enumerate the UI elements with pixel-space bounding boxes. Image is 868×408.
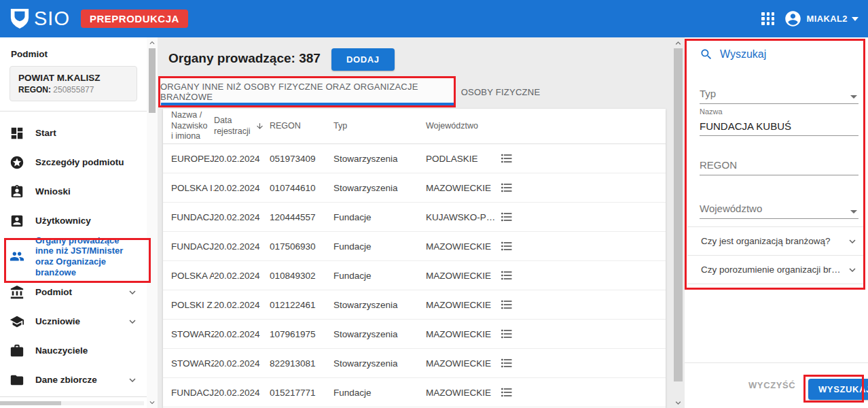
environment-badge: PREPRODUKCJA bbox=[81, 10, 188, 28]
divider bbox=[687, 284, 865, 284]
table-row[interactable]: FUNDACJ… 20.02.2024 017506930 Fundacje M… bbox=[163, 232, 666, 261]
cell-typ: Stowarzyszenia bbox=[333, 358, 426, 369]
table-row[interactable]: STOWARZ… 20.02.2024 822913081 Stowarzysz… bbox=[163, 349, 666, 378]
accordion-label: Czy porozumienie organizacji br… bbox=[701, 265, 846, 275]
search-icon bbox=[700, 48, 713, 61]
wojewodztwo-select[interactable]: Województwo bbox=[700, 195, 858, 219]
cell-nazwa: POLSKI Z… bbox=[171, 300, 214, 310]
entity-card: POWIAT M.KALISZ REGON: 250855877 bbox=[10, 66, 137, 101]
chevron-down-icon bbox=[846, 264, 858, 276]
wojewodztwo-placeholder: Województwo bbox=[700, 203, 762, 214]
table-row[interactable]: STOWARZ… 20.02.2024 107961975 Stowarzysz… bbox=[163, 320, 666, 349]
cell-nazwa: FUNDACJ… bbox=[171, 241, 214, 252]
active-tab-indicator bbox=[161, 103, 454, 105]
entity-name: POWIAT M.KALISZ bbox=[18, 73, 128, 83]
cell-regon: 120444557 bbox=[270, 212, 333, 222]
scroll-up-icon[interactable] bbox=[147, 37, 157, 48]
cell-wojewodztwo: MAZOWIECKIE bbox=[426, 388, 500, 398]
cell-nazwa: FUNDACJ… bbox=[171, 212, 214, 222]
row-actions-icon[interactable] bbox=[500, 180, 516, 196]
column-header-regon[interactable]: REGON bbox=[270, 121, 333, 132]
sidebar-item-organy-prowadzace[interactable]: Organy prowadzące inne niż JST/Minister … bbox=[0, 235, 147, 277]
row-actions-icon[interactable] bbox=[500, 326, 516, 342]
cell-nazwa: FUNDACJ… bbox=[171, 388, 214, 398]
app-window: SIO PREPRODUKCJA MIAKAL2 Podmiot POWIAT … bbox=[0, 0, 868, 408]
entity-regon-value: 250855877 bbox=[53, 85, 94, 95]
cell-regon: 822913081 bbox=[270, 358, 333, 369]
row-actions-icon[interactable] bbox=[500, 296, 516, 313]
table-body: EUROPEJ… 20.02.2024 051973409 Stowarzysz… bbox=[163, 144, 666, 407]
graduation-cap-icon bbox=[10, 314, 24, 329]
accordion-label: Czy jest organizacją branżową? bbox=[701, 236, 846, 246]
table-row[interactable]: FUNDACJ… 20.02.2024 120444557 Fundacje K… bbox=[163, 203, 666, 232]
cell-typ: Stowarzyszenia bbox=[333, 183, 426, 193]
cell-wojewodztwo: KUJAWSKO-P… bbox=[426, 212, 500, 222]
sidebar-item-szczegoly-podmiotu[interactable]: Szczegóły podmiotu bbox=[0, 148, 147, 177]
table-row[interactable]: FUNDACJ… 20.02.2024 015217771 Fundacje M… bbox=[163, 378, 666, 407]
cell-data-rejestracji: 20.02.2024 bbox=[214, 154, 270, 164]
star-circle-icon bbox=[10, 155, 24, 170]
column-header-data-rejestracji[interactable]: Data rejestracji bbox=[214, 116, 270, 137]
nazwa-label: Nazwa bbox=[700, 107, 723, 116]
people-icon bbox=[10, 249, 24, 264]
scroll-down-icon[interactable] bbox=[147, 397, 157, 408]
sidebar-item-podmiot[interactable]: Podmiot bbox=[0, 277, 147, 307]
search-button[interactable]: WYSZUKAJ bbox=[808, 379, 868, 400]
column-header-nazwa[interactable]: Nazwa / Nazwisko i imiona bbox=[171, 110, 214, 142]
tab-organy-inne[interactable]: ORGANY INNE NIŻ OSOBY FIZYCZNE ORAZ ORGA… bbox=[160, 78, 454, 105]
nazwa-field[interactable]: Nazwa FUNDACJA KUBUŚ bbox=[700, 107, 858, 136]
chevron-down-icon bbox=[846, 235, 858, 248]
sidebar-item-label: Uczniowie bbox=[35, 316, 126, 327]
nazwa-value: FUNDACJA KUBUŚ bbox=[700, 120, 791, 132]
row-actions-icon[interactable] bbox=[500, 384, 516, 401]
row-actions-icon[interactable] bbox=[500, 209, 516, 225]
sidebar-section-label: Podmiot bbox=[0, 37, 147, 66]
tab-osoby-fizyczne[interactable]: OSOBY FIZYCZNE bbox=[456, 78, 545, 105]
row-actions-icon[interactable] bbox=[500, 238, 516, 254]
add-button[interactable]: DODAJ bbox=[331, 48, 395, 71]
table-row[interactable]: POLSKA I… 20.02.2024 010744610 Stowarzys… bbox=[163, 173, 666, 203]
table-row[interactable]: POLSKI Z… 20.02.2024 012122461 Stowarzys… bbox=[163, 290, 666, 320]
chevron-down-icon bbox=[126, 374, 139, 386]
user-menu[interactable]: MIAKAL2 bbox=[784, 10, 858, 28]
accordion-porozumienie-organizacji[interactable]: Czy porozumienie organizacji br… bbox=[687, 256, 865, 284]
typ-select[interactable]: Typ bbox=[700, 80, 858, 104]
cell-wojewodztwo: MAZOWIECKIE bbox=[426, 241, 500, 252]
app-logo[interactable]: SIO bbox=[10, 8, 70, 30]
sidebar-item-start[interactable]: Start bbox=[0, 118, 147, 148]
sidebar: Podmiot POWIAT M.KALISZ REGON: 250855877… bbox=[0, 37, 147, 408]
sidebar-horizontal-scrollbar[interactable] bbox=[0, 401, 144, 405]
apps-grid-icon[interactable] bbox=[761, 12, 774, 25]
cell-wojewodztwo: MAZOWIECKIE bbox=[426, 300, 500, 310]
table-row[interactable]: EUROPEJ… 20.02.2024 051973409 Stowarzysz… bbox=[163, 144, 666, 173]
scroll-down-icon[interactable] bbox=[673, 397, 683, 408]
sidebar-item-label: Dane zbiorcze bbox=[35, 375, 126, 386]
cell-data-rejestracji: 20.02.2024 bbox=[214, 183, 270, 193]
accordion-organizacja-branzowa[interactable]: Czy jest organizacją branżową? bbox=[687, 227, 865, 255]
sidebar-item-uczniowie[interactable]: Uczniowie bbox=[0, 307, 147, 336]
row-actions-icon[interactable] bbox=[500, 355, 516, 371]
sidebar-item-nauczyciele[interactable]: Nauczyciele bbox=[0, 336, 147, 365]
search-panel-header[interactable]: Wyszukaj bbox=[700, 48, 766, 61]
scroll-up-icon[interactable] bbox=[673, 37, 683, 48]
main-scrollbar[interactable] bbox=[671, 37, 685, 408]
sidebar-item-wnioski[interactable]: Wnioski bbox=[0, 177, 147, 206]
table-row[interactable]: POLSKA A… 20.02.2024 010849302 Fundacje … bbox=[163, 261, 666, 290]
row-actions-icon[interactable] bbox=[500, 267, 516, 284]
main-content: Organy prowadzące: 387 DODAJ ORGANY INNE… bbox=[158, 37, 671, 408]
clear-button[interactable]: WYCZYŚĆ bbox=[748, 380, 795, 390]
row-actions-icon[interactable] bbox=[500, 150, 516, 167]
cell-regon: 017506930 bbox=[270, 241, 333, 252]
sidebar-menu: Start Szczegóły podmiotu Wnioski Użytkow… bbox=[0, 118, 147, 394]
sidebar-item-label: Szczegóły podmiotu bbox=[35, 157, 139, 168]
entity-regon: REGON: 250855877 bbox=[18, 85, 128, 95]
column-header-wojewodztwo[interactable]: Województwo bbox=[426, 121, 500, 132]
user-caret-down-icon bbox=[852, 17, 858, 21]
sidebar-item-dane-zbiorcze[interactable]: Dane zbiorcze bbox=[0, 365, 147, 394]
table-header: Nazwa / Nazwisko i imiona Data rejestrac… bbox=[163, 109, 666, 144]
sidebar-item-uzytkownicy[interactable]: Użytkownicy bbox=[0, 206, 147, 235]
regon-field[interactable]: REGON bbox=[700, 152, 858, 175]
sio-shield-icon bbox=[10, 8, 30, 30]
column-header-typ[interactable]: Typ bbox=[333, 121, 426, 132]
sidebar-scrollbar[interactable] bbox=[147, 37, 158, 408]
